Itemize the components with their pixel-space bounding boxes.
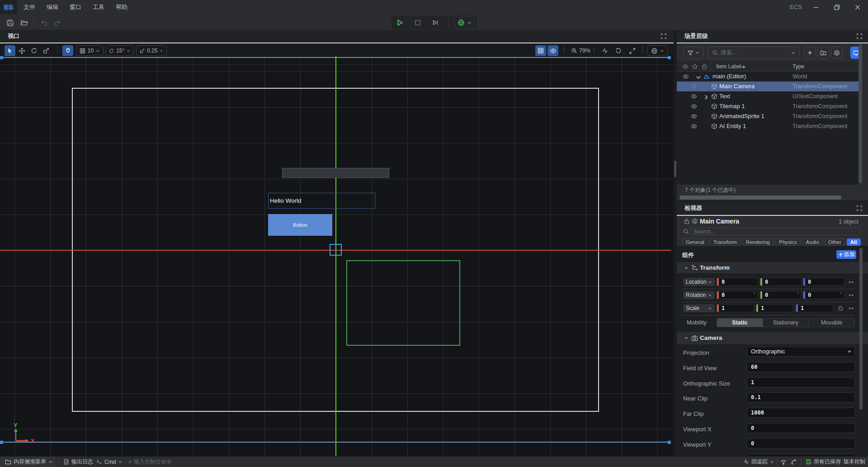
eye-icon[interactable] bbox=[691, 123, 697, 129]
grid-toggle-button[interactable] bbox=[535, 45, 546, 56]
network-status-icon[interactable] bbox=[780, 457, 787, 467]
grid-snap-dropdown[interactable]: 10 bbox=[76, 45, 104, 56]
viewport-x-field[interactable]: 0 bbox=[747, 423, 855, 433]
link-axes-icon[interactable] bbox=[848, 293, 854, 297]
fullscreen-button[interactable] bbox=[627, 45, 637, 56]
zoom-control[interactable]: 79% bbox=[571, 45, 590, 56]
text-object[interactable]: Hello World bbox=[268, 193, 375, 209]
hierarchy-expand-icon[interactable] bbox=[857, 33, 862, 39]
minimize-button[interactable] bbox=[809, 0, 823, 14]
viewport-world-dropdown[interactable] bbox=[647, 45, 668, 56]
tab-all[interactable]: All bbox=[847, 238, 861, 246]
tab-general[interactable]: General bbox=[682, 238, 708, 246]
eye-icon[interactable] bbox=[691, 113, 697, 119]
output-log-button[interactable]: 输出日志 bbox=[63, 457, 93, 467]
splitter-handle[interactable] bbox=[674, 161, 676, 177]
save-status[interactable]: 所有已保存 bbox=[806, 457, 841, 467]
content-drawer-button[interactable]: 内容侧滑菜单 bbox=[5, 457, 53, 467]
tab-audio[interactable]: Audio bbox=[802, 238, 823, 246]
inspector-search-input[interactable]: Search... bbox=[690, 228, 860, 235]
scale-label-dropdown[interactable]: Scale bbox=[683, 304, 715, 312]
app-logo[interactable]: ES bbox=[0, 0, 17, 14]
scale-z-field[interactable]: 1 bbox=[796, 304, 833, 312]
hierarchy-row-main-camera[interactable]: Main Camera TransformComponent bbox=[677, 81, 859, 91]
link-axes-icon[interactable] bbox=[848, 280, 854, 284]
visibility-column-icon[interactable] bbox=[682, 63, 689, 70]
location-x-field[interactable]: 0 bbox=[717, 278, 758, 286]
cmd-dropdown[interactable]: Cmd bbox=[96, 457, 123, 467]
stop-button[interactable] bbox=[414, 19, 421, 26]
unlock-icon[interactable] bbox=[684, 218, 690, 224]
add-folder-button[interactable] bbox=[817, 47, 829, 59]
chevron-down-icon[interactable] bbox=[695, 74, 702, 81]
camera-section-header[interactable]: Camera bbox=[677, 332, 868, 344]
menu-window[interactable]: 窗口 bbox=[70, 0, 81, 14]
projection-dropdown[interactable]: Orthographic bbox=[747, 347, 855, 357]
panel-object[interactable] bbox=[282, 168, 389, 178]
hierarchy-settings-button[interactable] bbox=[831, 47, 843, 59]
hierarchy-row-tilemap[interactable]: Tilemap 1 TransformComponent bbox=[677, 101, 859, 111]
trace-dropdown[interactable]: 回追踪 bbox=[743, 457, 774, 467]
field-of-view-field[interactable]: 60 bbox=[747, 362, 855, 372]
column-item-label[interactable]: Item Label bbox=[716, 62, 741, 71]
eye-icon[interactable] bbox=[691, 93, 697, 100]
camera-bound-handle[interactable] bbox=[668, 441, 671, 444]
hierarchy-row-ai-entity[interactable]: AI Entity 1 TransformComponent bbox=[677, 121, 859, 131]
console-input[interactable]: > 输入控制台命令 bbox=[128, 457, 172, 467]
scale-lock-icon[interactable] bbox=[838, 305, 844, 311]
rotation-snap-dropdown[interactable]: 15° bbox=[105, 45, 134, 56]
add-entity-button[interactable] bbox=[804, 47, 816, 59]
menu-edit[interactable]: 编辑 bbox=[47, 0, 58, 14]
camera-bound-handle[interactable] bbox=[0, 56, 3, 59]
viewport-canvas[interactable]: Hello World Button Y X bbox=[0, 56, 674, 456]
inspector-vertical-scrollbar[interactable] bbox=[859, 248, 863, 410]
far-clip-field[interactable]: 1000 bbox=[747, 408, 855, 418]
gizmo-visibility-button[interactable] bbox=[547, 45, 558, 56]
object-settings-icon[interactable] bbox=[692, 218, 698, 224]
location-y-field[interactable]: 0 bbox=[760, 278, 802, 286]
move-tool-button[interactable] bbox=[16, 45, 27, 56]
undo-button[interactable] bbox=[40, 19, 48, 27]
git-branch-button[interactable] bbox=[791, 457, 797, 467]
camera-gizmo[interactable] bbox=[330, 244, 342, 256]
location-z-field[interactable]: 0 bbox=[803, 278, 844, 286]
hierarchy-row-animatedsprite[interactable]: AnimatedSprite 1 TransformComponent bbox=[677, 111, 859, 121]
scale-tool-button[interactable] bbox=[41, 45, 52, 56]
near-clip-field[interactable]: 0.1 bbox=[747, 392, 855, 402]
orthographic-size-field[interactable]: 1 bbox=[747, 377, 855, 387]
transform-section-header[interactable]: Transform bbox=[677, 262, 868, 273]
button-object[interactable]: Button bbox=[268, 214, 332, 236]
tab-physics[interactable]: Physics bbox=[775, 238, 801, 246]
panel-splitter[interactable] bbox=[674, 30, 677, 456]
reset-view-button[interactable] bbox=[613, 45, 624, 56]
stats-button[interactable] bbox=[599, 45, 610, 56]
hierarchy-row-main[interactable]: main (Editor) World bbox=[677, 71, 859, 81]
tilemap-object[interactable] bbox=[346, 260, 460, 346]
hierarchy-horizontal-scrollbar[interactable] bbox=[679, 195, 841, 200]
viewport-expand-icon[interactable] bbox=[661, 33, 666, 39]
camera-bound-handle[interactable] bbox=[668, 56, 671, 59]
menu-tools[interactable]: 工具 bbox=[93, 0, 104, 14]
hierarchy-vertical-scrollbar[interactable] bbox=[859, 44, 862, 183]
hierarchy-search-input[interactable]: 搜索... bbox=[708, 47, 800, 59]
add-component-button[interactable]: 添加 bbox=[836, 250, 856, 259]
mobility-movable[interactable]: Movable bbox=[809, 319, 854, 327]
scale-x-field[interactable]: 1 bbox=[717, 304, 754, 312]
menu-help[interactable]: 帮助 bbox=[116, 0, 127, 14]
scale-snap-dropdown[interactable]: 0.25 bbox=[136, 45, 167, 56]
favorite-column-icon[interactable] bbox=[692, 63, 698, 70]
redo-button[interactable] bbox=[54, 19, 61, 27]
scale-y-field[interactable]: 1 bbox=[756, 304, 793, 312]
menu-file[interactable]: 文件 bbox=[24, 0, 35, 14]
snap-toggle-button[interactable] bbox=[62, 45, 73, 56]
rotation-y-field[interactable]: 0 ° bbox=[760, 291, 802, 299]
lock-column-icon[interactable] bbox=[701, 63, 708, 70]
save-button[interactable] bbox=[6, 19, 14, 27]
rotation-x-field[interactable]: 0 ° bbox=[717, 291, 758, 299]
mobility-stationary[interactable]: Stationary bbox=[763, 319, 809, 327]
maximize-button[interactable] bbox=[830, 0, 844, 14]
tab-transform[interactable]: Transform bbox=[710, 238, 741, 246]
column-type[interactable]: Type bbox=[793, 62, 804, 71]
run-target-dropdown[interactable] bbox=[454, 17, 474, 29]
inspector-expand-icon[interactable] bbox=[857, 205, 862, 211]
